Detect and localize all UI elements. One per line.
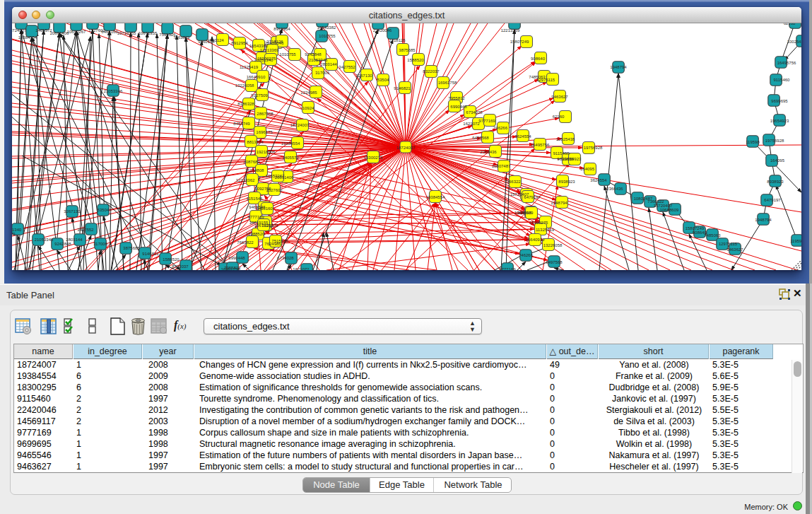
svg-text:6479197: 6479197: [524, 195, 541, 199]
svg-text:2718126: 2718126: [389, 38, 406, 42]
svg-text:62160: 62160: [784, 23, 796, 25]
svg-text:11325419: 11325419: [536, 228, 555, 232]
svg-text:62160: 62160: [553, 115, 565, 119]
svg-text:6466160: 6466160: [256, 206, 273, 211]
svg-text:1948794: 1948794: [551, 201, 567, 205]
svg-text:9327509: 9327509: [251, 93, 268, 98]
svg-text:9115460: 9115460: [553, 151, 570, 156]
svg-text:19756928: 19756928: [765, 139, 784, 143]
svg-text:9327509: 9327509: [12, 232, 16, 236]
svg-text:1948794: 1948794: [755, 218, 772, 222]
svg-text:1151546: 1151546: [247, 197, 264, 201]
svg-text:317006: 317006: [93, 242, 108, 246]
svg-text:16640910: 16640910: [526, 238, 545, 242]
svg-text:8938923: 8938923: [558, 180, 575, 184]
svg-text:21053346: 21053346: [104, 89, 123, 93]
svg-text:19756928: 19756928: [584, 146, 603, 150]
svg-text:2366436: 2366436: [606, 187, 623, 191]
svg-text:8912954: 8912954: [231, 41, 248, 45]
svg-text:9777169: 9777169: [478, 119, 495, 123]
svg-text:11325419: 11325419: [240, 65, 259, 69]
svg-text:18724007: 18724007: [290, 123, 310, 127]
svg-text:6990448: 6990448: [228, 256, 245, 260]
svg-text:746266: 746266: [519, 253, 534, 257]
svg-text:21053346: 21053346: [35, 238, 54, 242]
svg-text:7485063: 7485063: [704, 233, 721, 238]
svg-text:10671355: 10671355: [254, 223, 273, 228]
svg-text:2803144: 2803144: [66, 238, 83, 242]
svg-text:1010755: 1010755: [319, 34, 336, 38]
svg-text:2366436: 2366436: [480, 150, 497, 154]
svg-text:746266: 746266: [493, 126, 508, 130]
svg-text:12213369: 12213369: [260, 48, 279, 52]
svg-text:16543382: 16543382: [317, 25, 336, 30]
svg-text:6466160: 6466160: [101, 30, 118, 34]
svg-text:3427552: 3427552: [77, 228, 94, 232]
svg-text:6990448: 6990448: [450, 105, 467, 109]
svg-text:3427552: 3427552: [339, 65, 355, 69]
svg-text:15807249: 15807249: [510, 40, 529, 44]
svg-text:8813054: 8813054: [247, 140, 264, 144]
svg-text:16640910: 16640910: [247, 75, 266, 79]
svg-text:908640: 908640: [531, 57, 546, 61]
svg-text:2803144: 2803144: [320, 62, 337, 66]
svg-text:15300275: 15300275: [529, 221, 548, 225]
svg-text:9115460: 9115460: [774, 78, 791, 82]
svg-text:12975115: 12975115: [536, 78, 555, 82]
svg-text:9699695: 9699695: [771, 99, 788, 103]
svg-text:1010755: 1010755: [279, 52, 296, 57]
svg-text:1621072: 1621072: [463, 122, 480, 126]
svg-text:18724007: 18724007: [12, 28, 27, 33]
svg-text:18724007: 18724007: [396, 146, 416, 150]
svg-text:19654923: 19654923: [563, 157, 582, 161]
svg-text:10924: 10924: [302, 106, 314, 110]
svg-text:7515526: 7515526: [271, 239, 288, 243]
svg-text:10671355: 10671355: [139, 31, 158, 35]
svg-text:1405572: 1405572: [282, 156, 299, 160]
svg-text:10025438: 10025438: [556, 137, 575, 141]
svg-text:7663822: 7663822: [237, 240, 254, 245]
svg-text:6734028: 6734028: [466, 110, 483, 115]
svg-text:3267130: 3267130: [355, 74, 372, 78]
svg-text:12213362: 12213362: [236, 178, 255, 182]
svg-text:6497568: 6497568: [472, 136, 489, 140]
svg-text:7955812: 7955812: [448, 96, 465, 100]
svg-text:3267130: 3267130: [64, 209, 81, 214]
svg-text:9242848: 9242848: [305, 52, 322, 57]
svg-text:6497568: 6497568: [546, 260, 563, 264]
svg-text:6479197: 6479197: [764, 198, 781, 202]
svg-text:3624554: 3624554: [514, 134, 531, 139]
svg-text:53504: 53504: [377, 78, 389, 82]
svg-text:1588520: 1588520: [163, 257, 180, 262]
svg-text:19384554: 19384554: [426, 195, 445, 199]
svg-text:119598: 119598: [790, 239, 801, 243]
svg-text:1948794: 1948794: [610, 65, 627, 69]
svg-text:10719155: 10719155: [117, 31, 136, 35]
svg-text:15300275: 15300275: [364, 156, 383, 160]
svg-text:8322037: 8322037: [172, 264, 189, 269]
svg-text:8938923: 8938923: [767, 180, 784, 184]
svg-text:19218506: 19218506: [257, 150, 276, 154]
svg-text:8912954: 8912954: [273, 27, 290, 31]
svg-text:3875685: 3875685: [399, 48, 416, 52]
svg-text:3624554: 3624554: [590, 178, 607, 182]
svg-text:10025438: 10025438: [787, 40, 801, 44]
svg-text:1224985: 1224985: [300, 90, 317, 95]
svg-text:9242848: 9242848: [54, 242, 71, 246]
svg-text:16495756: 16495756: [777, 61, 796, 65]
svg-text:21051340: 21051340: [254, 58, 273, 62]
svg-text:22420046: 22420046: [373, 28, 392, 33]
svg-text:164095: 164095: [770, 158, 785, 163]
svg-text:317006: 317006: [315, 71, 330, 75]
svg-text:53504: 53504: [98, 208, 110, 212]
svg-text:13226058: 13226058: [235, 83, 254, 88]
svg-text:13226058: 13226058: [543, 243, 563, 247]
svg-text:7366322: 7366322: [504, 180, 521, 184]
svg-text:119598: 119598: [746, 140, 760, 144]
svg-text:8454749: 8454749: [233, 122, 250, 126]
svg-text:9860124: 9860124: [207, 38, 224, 42]
svg-text:10688609: 10688609: [660, 208, 679, 212]
svg-text:1588520: 1588520: [407, 58, 424, 62]
svg-text:10807487: 10807487: [492, 164, 511, 168]
svg-text:3875685: 3875685: [123, 246, 140, 250]
